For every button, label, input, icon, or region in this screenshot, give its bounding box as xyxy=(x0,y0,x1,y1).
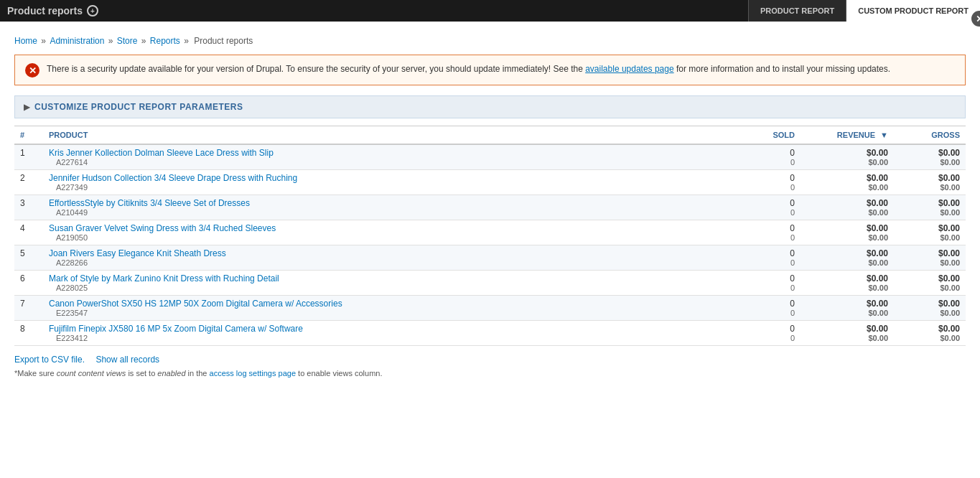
gross-main: $0.00 xyxy=(900,148,960,158)
export-csv-link[interactable]: Export to CSV file. xyxy=(14,355,85,365)
revenue-main: $0.00 xyxy=(806,299,888,309)
alert-link[interactable]: available updates page xyxy=(585,64,673,74)
sold-cell: 0 0 xyxy=(743,321,801,346)
revenue-main: $0.00 xyxy=(806,273,888,283)
breadcrumb-reports[interactable]: Reports xyxy=(150,36,180,46)
table-row: 8 Fujifilm Finepix JX580 16 MP 5x Zoom D… xyxy=(14,321,966,346)
sold-main: 0 xyxy=(749,324,795,334)
revenue-cell: $0.00 $0.00 xyxy=(801,195,894,220)
gross-cell: $0.00 $0.00 xyxy=(894,220,966,245)
product-sku: A227349 xyxy=(49,183,737,192)
table-row: 5 Joan Rivers Easy Elegance Knit Sheath … xyxy=(14,245,966,271)
revenue-sub: $0.00 xyxy=(806,283,888,292)
product-link[interactable]: Joan Rivers Easy Elegance Knit Sheath Dr… xyxy=(49,248,226,258)
section-header[interactable]: ▶ CUSTOMIZE PRODUCT REPORT PARAMETERS xyxy=(14,95,966,118)
page-title-bar: Product reports + xyxy=(7,5,98,17)
table-row: 2 Jennifer Hudson Collection 3/4 Sleeve … xyxy=(14,170,966,195)
revenue-main: $0.00 xyxy=(806,248,888,258)
gross-sub: $0.00 xyxy=(900,334,960,342)
product-link[interactable]: Kris Jenner Kollection Dolman Sleeve Lac… xyxy=(49,148,274,158)
product-sku: A228266 xyxy=(49,258,737,267)
product-cell: Canon PowerShot SX50 HS 12MP 50X Zoom Di… xyxy=(43,296,743,321)
gross-cell: $0.00 $0.00 xyxy=(894,271,966,296)
product-link[interactable]: Susan Graver Velvet Swing Dress with 3/4… xyxy=(49,223,276,233)
col-header-gross[interactable]: GROSS xyxy=(894,126,966,145)
revenue-sub: $0.00 xyxy=(806,183,888,192)
product-name: Mark of Style by Mark Zunino Knit Dress … xyxy=(49,273,737,283)
revenue-cell: $0.00 $0.00 xyxy=(801,271,894,296)
col-header-product: PRODUCT xyxy=(43,126,743,145)
revenue-main: $0.00 xyxy=(806,324,888,334)
gross-cell: $0.00 $0.00 xyxy=(894,195,966,220)
sold-main: 0 xyxy=(749,173,795,183)
revenue-cell: $0.00 $0.00 xyxy=(801,220,894,245)
gross-main: $0.00 xyxy=(900,173,960,183)
product-link[interactable]: Mark of Style by Mark Zunino Knit Dress … xyxy=(49,273,279,283)
revenue-cell: $0.00 $0.00 xyxy=(801,321,894,346)
table-row: 6 Mark of Style by Mark Zunino Knit Dres… xyxy=(14,271,966,296)
gross-sub: $0.00 xyxy=(900,283,960,292)
breadcrumb: Home » Administration » Store » Reports … xyxy=(14,29,966,55)
product-link[interactable]: Jennifer Hudson Collection 3/4 Sleeve Dr… xyxy=(49,173,297,183)
top-tabs: PRODUCT REPORT CUSTOM PRODUCT REPORT xyxy=(748,0,980,22)
product-link[interactable]: Canon PowerShot SX50 HS 12MP 50X Zoom Di… xyxy=(49,299,342,309)
sort-arrow-icon: ▼ xyxy=(880,131,888,139)
product-name: Kris Jenner Kollection Dolman Sleeve Lac… xyxy=(49,148,737,158)
breadcrumb-current: Product reports xyxy=(194,36,253,46)
product-link[interactable]: Fujifilm Finepix JX580 16 MP 5x Zoom Dig… xyxy=(49,324,303,334)
sold-cell: 0 0 xyxy=(743,245,801,271)
footer-note: *Make sure count content views is set to… xyxy=(14,369,966,378)
sold-cell: 0 0 xyxy=(743,170,801,195)
show-all-link[interactable]: Show all records xyxy=(95,355,159,365)
row-num: 4 xyxy=(14,220,43,245)
col-header-sold[interactable]: SOLD xyxy=(743,126,801,145)
revenue-sub: $0.00 xyxy=(806,233,888,242)
breadcrumb-store[interactable]: Store xyxy=(117,36,138,46)
sold-main: 0 xyxy=(749,299,795,309)
product-name: Jennifer Hudson Collection 3/4 Sleeve Dr… xyxy=(49,173,737,183)
gross-sub: $0.00 xyxy=(900,233,960,242)
table-footer: Export to CSV file. Show all records *Ma… xyxy=(14,346,966,382)
revenue-main: $0.00 xyxy=(806,223,888,233)
col-header-num: # xyxy=(14,126,43,145)
close-button[interactable]: ✕ xyxy=(971,11,980,27)
tab-product-report[interactable]: PRODUCT REPORT xyxy=(748,0,846,22)
sold-main: 0 xyxy=(749,148,795,158)
col-header-revenue[interactable]: REVENUE ▼ xyxy=(801,126,894,145)
revenue-cell: $0.00 $0.00 xyxy=(801,296,894,321)
sold-sub: 0 xyxy=(749,158,795,167)
breadcrumb-admin[interactable]: Administration xyxy=(50,36,104,46)
gross-main: $0.00 xyxy=(900,299,960,309)
sold-main: 0 xyxy=(749,248,795,258)
revenue-cell: $0.00 $0.00 xyxy=(801,245,894,271)
product-sku: A228025 xyxy=(49,283,737,292)
revenue-main: $0.00 xyxy=(806,148,888,158)
report-table: # PRODUCT SOLD REVENUE ▼ GROSS 1 Kris Je… xyxy=(14,126,966,346)
sold-cell: 0 0 xyxy=(743,144,801,170)
sold-sub: 0 xyxy=(749,208,795,217)
gross-cell: $0.00 $0.00 xyxy=(894,245,966,271)
row-num: 3 xyxy=(14,195,43,220)
circle-icon: + xyxy=(87,5,98,17)
gross-main: $0.00 xyxy=(900,273,960,283)
breadcrumb-home[interactable]: Home xyxy=(14,36,37,46)
row-num: 5 xyxy=(14,245,43,271)
tab-custom-product-report[interactable]: CUSTOM PRODUCT REPORT xyxy=(846,0,980,22)
product-link[interactable]: EffortlessStyle by Citiknits 3/4 Sleeve … xyxy=(49,198,250,208)
product-name: Susan Graver Velvet Swing Dress with 3/4… xyxy=(49,223,737,233)
table-row: 1 Kris Jenner Kollection Dolman Sleeve L… xyxy=(14,144,966,170)
sold-cell: 0 0 xyxy=(743,296,801,321)
product-cell: Kris Jenner Kollection Dolman Sleeve Lac… xyxy=(43,144,743,170)
product-cell: Jennifer Hudson Collection 3/4 Sleeve Dr… xyxy=(43,170,743,195)
product-cell: Mark of Style by Mark Zunino Knit Dress … xyxy=(43,271,743,296)
sold-sub: 0 xyxy=(749,309,795,317)
gross-main: $0.00 xyxy=(900,198,960,208)
revenue-sub: $0.00 xyxy=(806,258,888,267)
gross-cell: $0.00 $0.00 xyxy=(894,321,966,346)
sold-cell: 0 0 xyxy=(743,220,801,245)
sold-sub: 0 xyxy=(749,233,795,242)
gross-cell: $0.00 $0.00 xyxy=(894,170,966,195)
sold-cell: 0 0 xyxy=(743,271,801,296)
access-log-link[interactable]: access log settings page xyxy=(210,369,296,378)
gross-sub: $0.00 xyxy=(900,183,960,192)
